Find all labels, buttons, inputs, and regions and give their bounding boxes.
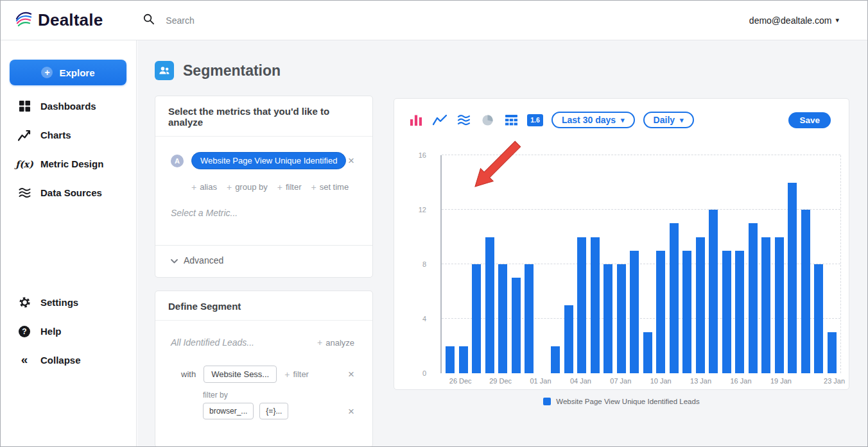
fx-icon: ƒ(x) xyxy=(17,159,31,169)
metrics-panel: Select the metrics that you'd like to an… xyxy=(155,96,373,278)
add-filter-button[interactable]: + filter xyxy=(277,182,302,192)
sidebar-item-collapse[interactable]: « Collapse xyxy=(1,346,136,375)
x-tick-label: 13 Jan xyxy=(690,377,711,385)
search-input[interactable] xyxy=(164,15,306,26)
top-bar: Dealtale demo@dealtale.com ▾ xyxy=(1,1,867,40)
set-time-button[interactable]: + set time xyxy=(311,182,349,192)
bar[interactable] xyxy=(682,251,691,373)
plus-icon: + xyxy=(277,183,282,192)
pie-chart-type-icon[interactable] xyxy=(480,112,495,128)
bar-slot xyxy=(747,155,760,373)
bar[interactable] xyxy=(749,223,758,373)
bar[interactable] xyxy=(498,264,507,373)
segment-with-row: with Website Sess... + filter × xyxy=(181,366,354,383)
sidebar-item-data-sources[interactable]: Data Sources xyxy=(1,178,136,207)
sidebar-nav: Dashboards Charts ƒ(x) Metric Design xyxy=(1,92,136,207)
bar[interactable] xyxy=(696,237,705,374)
dealtale-logo-icon xyxy=(15,10,32,30)
caret-down-icon: ▾ xyxy=(835,17,839,24)
bar[interactable] xyxy=(617,264,626,373)
bar[interactable] xyxy=(551,346,560,374)
segment-event-select[interactable]: Website Sess... xyxy=(204,366,277,383)
selected-metric-pill[interactable]: Website Page View Unique Identified xyxy=(191,152,346,169)
bar[interactable] xyxy=(788,183,797,374)
sidebar-item-label: Settings xyxy=(40,297,78,308)
bar[interactable] xyxy=(761,237,770,374)
add-analyze-button[interactable]: + analyze xyxy=(317,338,354,348)
bar-chart-type-icon[interactable] xyxy=(408,112,424,128)
bar-slot xyxy=(759,155,773,373)
filter-operator-select[interactable]: {=}... xyxy=(259,403,288,419)
dashboards-icon xyxy=(17,101,31,112)
ratio-view-icon[interactable]: 1.6 xyxy=(527,114,543,126)
sidebar-item-dashboards[interactable]: Dashboards xyxy=(1,92,136,121)
filter-field-select[interactable]: browser_... xyxy=(203,403,254,419)
plus-icon: + xyxy=(191,183,196,192)
line-chart-type-icon[interactable] xyxy=(432,112,447,128)
segment-base-text[interactable]: All Identified Leads... xyxy=(171,337,254,348)
y-tick-label: 4 xyxy=(422,315,426,323)
remove-filter-icon[interactable]: × xyxy=(348,406,354,417)
bar[interactable] xyxy=(472,264,481,373)
remove-segment-row-icon[interactable]: × xyxy=(348,369,354,380)
bar[interactable] xyxy=(525,264,534,373)
segment-add-filter-button[interactable]: + filter xyxy=(284,369,309,379)
table-view-icon[interactable] xyxy=(503,112,519,128)
bar-slot xyxy=(654,155,668,373)
bar[interactable] xyxy=(722,251,731,373)
date-range-dropdown[interactable]: Last 30 days ▾ xyxy=(551,112,635,128)
sidebar-item-help[interactable]: ? Help xyxy=(1,317,136,346)
granularity-dropdown[interactable]: Daily ▾ xyxy=(643,112,694,128)
y-tick-label: 0 xyxy=(422,369,426,377)
sidebar-item-settings[interactable]: Settings xyxy=(1,288,136,317)
bar[interactable] xyxy=(709,210,718,373)
bar[interactable] xyxy=(512,278,521,373)
bar[interactable] xyxy=(801,210,810,373)
bar[interactable] xyxy=(459,346,468,374)
y-tick-label: 16 xyxy=(419,151,426,159)
bar[interactable] xyxy=(603,264,612,373)
bar[interactable] xyxy=(591,237,600,374)
bar[interactable] xyxy=(643,332,652,373)
user-account-menu[interactable]: demo@dealtale.com ▾ xyxy=(749,15,839,26)
explore-button[interactable]: + Explore xyxy=(10,60,126,85)
plus-icon: + xyxy=(284,370,290,379)
bar[interactable] xyxy=(670,223,679,373)
help-icon: ? xyxy=(17,326,31,337)
remove-metric-icon[interactable]: × xyxy=(348,155,354,166)
bar[interactable] xyxy=(656,251,665,373)
app-window: Dealtale demo@dealtale.com ▾ + Explore xyxy=(0,0,868,447)
chart-panel: 1.6 Last 30 days ▾ Daily ▾ Save 0481216 … xyxy=(394,98,849,390)
explore-label: Explore xyxy=(59,67,94,78)
bar[interactable] xyxy=(630,251,639,373)
bar[interactable] xyxy=(446,346,455,374)
y-tick-label: 8 xyxy=(422,260,426,268)
select-metric-placeholder[interactable]: Select a Metric... xyxy=(171,208,372,218)
bar-slot xyxy=(668,155,681,373)
dealtale-logo[interactable]: Dealtale xyxy=(15,10,103,30)
add-alias-button[interactable]: + alias xyxy=(191,182,217,192)
bar-slot xyxy=(786,155,799,373)
sidebar: + Explore Dashboards xyxy=(1,40,137,446)
bar-slot xyxy=(536,155,550,373)
area-chart-type-icon[interactable] xyxy=(456,112,471,128)
bar[interactable] xyxy=(735,251,744,373)
user-email: demo@dealtale.com xyxy=(749,15,832,26)
bar[interactable] xyxy=(564,305,573,373)
bar[interactable] xyxy=(485,237,494,374)
bar[interactable] xyxy=(577,237,586,374)
save-button[interactable]: Save xyxy=(788,112,831,128)
sidebar-item-charts[interactable]: Charts xyxy=(1,121,136,149)
bar-slot xyxy=(615,155,629,373)
add-group-by-button[interactable]: + group by xyxy=(227,182,268,192)
bar-slot xyxy=(510,155,523,373)
bar[interactable] xyxy=(814,264,823,373)
bar[interactable] xyxy=(775,237,784,374)
bar-slot xyxy=(773,155,786,373)
gear-icon xyxy=(17,296,31,308)
sidebar-item-metric-design[interactable]: ƒ(x) Metric Design xyxy=(1,149,136,178)
advanced-toggle[interactable]: Advanced xyxy=(155,246,372,275)
bar[interactable] xyxy=(828,332,837,373)
segment-panel-header: Define Segment xyxy=(155,291,372,321)
search-box[interactable] xyxy=(143,13,306,28)
